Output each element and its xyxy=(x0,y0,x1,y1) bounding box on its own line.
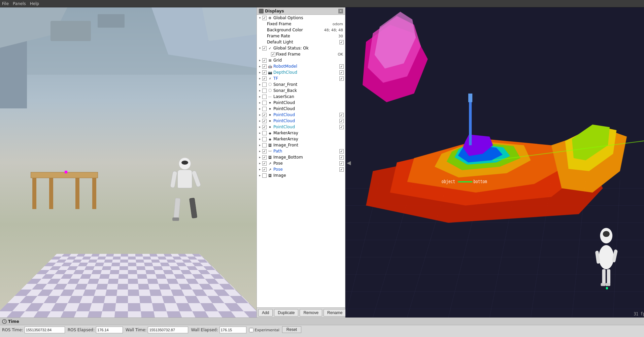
pc2-checkbox[interactable] xyxy=(262,107,267,111)
tree-item-image-front[interactable]: 🖼 Image_Front xyxy=(257,142,345,148)
tree-item-tf[interactable]: ⚡ TF xyxy=(257,75,345,81)
tree-item-pc2[interactable]: ✦ PointCloud xyxy=(257,106,345,112)
tree-item-pc1[interactable]: ✦ PointCloud xyxy=(257,100,345,106)
left-viewport[interactable] xyxy=(0,7,257,317)
pose2-enabled[interactable] xyxy=(339,167,344,172)
image-bottom-checkbox[interactable] xyxy=(262,155,267,160)
pc1-arrow[interactable] xyxy=(258,100,262,105)
pc4-checkbox[interactable] xyxy=(262,119,267,123)
sonar-back-arrow[interactable] xyxy=(258,88,262,93)
pc3-enabled[interactable] xyxy=(339,113,344,117)
remove-button[interactable]: Remove xyxy=(300,309,322,316)
laserscan-arrow[interactable] xyxy=(258,94,262,99)
pc5-arrow[interactable] xyxy=(258,125,262,129)
path-checkbox[interactable] xyxy=(262,149,267,154)
wall-elapsed-input[interactable] xyxy=(219,327,246,333)
tree-item-pose2[interactable]: ↗ Pose xyxy=(257,166,345,172)
global-options-row[interactable]: ⚙ Global Options xyxy=(257,15,345,21)
background-color-row[interactable]: Background Color 48; 48; 48 xyxy=(257,27,345,33)
menu-file[interactable]: File xyxy=(2,1,9,6)
marker2-arrow[interactable] xyxy=(258,137,262,141)
ros-elapsed-input[interactable] xyxy=(96,327,123,333)
ros-time-input[interactable] xyxy=(25,327,65,333)
status-fixed-frame-row[interactable]: Fixed Frame OK xyxy=(257,51,345,57)
pc3-checkbox[interactable] xyxy=(262,113,267,117)
global-status-arrow[interactable] xyxy=(258,46,262,50)
pose1-arrow[interactable] xyxy=(258,161,262,166)
displays-close-button[interactable]: × xyxy=(338,9,343,13)
pose2-checkbox[interactable] xyxy=(262,167,267,172)
depthcloud-arrow[interactable] xyxy=(258,70,262,75)
right-viewport[interactable]: object bottom 31 fps ◀ xyxy=(345,7,644,317)
tree-item-image-bottom[interactable]: 🖼 Image_Bottom xyxy=(257,154,345,160)
pc3-arrow[interactable] xyxy=(258,112,262,117)
tree-item-sonar-back[interactable]: 〇 Sonar_Back xyxy=(257,88,345,94)
tree-item-pc3[interactable]: ✦ PointCloud xyxy=(257,112,345,118)
tree-item-marker2[interactable]: ◈ MarkerArray xyxy=(257,136,345,142)
tree-item-laserscan[interactable]: ⋯ LaserScan xyxy=(257,94,345,100)
tree-item-marker1[interactable]: ◈ MarkerArray xyxy=(257,130,345,136)
default-light-row[interactable]: Default Light xyxy=(257,39,345,45)
status-ff-checkbox[interactable] xyxy=(271,52,275,57)
tree-item-image2[interactable]: 🖼 Image xyxy=(257,172,345,178)
depthcloud-checkbox[interactable] xyxy=(262,70,267,75)
global-status-checkbox[interactable] xyxy=(262,46,267,50)
image-bottom-arrow[interactable] xyxy=(258,155,262,160)
tf-checkbox[interactable] xyxy=(262,76,267,81)
image-front-checkbox[interactable] xyxy=(262,143,267,147)
sonar-front-arrow[interactable] xyxy=(258,82,262,87)
tree-item-pc4[interactable]: ✦ PointCloud xyxy=(257,118,345,124)
pose1-checkbox[interactable] xyxy=(262,161,267,166)
image2-checkbox[interactable] xyxy=(262,173,267,178)
path-arrow[interactable] xyxy=(258,149,262,154)
experimental-checkbox[interactable] xyxy=(249,328,253,332)
pc1-checkbox[interactable] xyxy=(262,101,267,105)
tf-enabled[interactable] xyxy=(339,76,344,81)
robotmodel-enabled[interactable] xyxy=(339,64,344,69)
pose1-enabled[interactable] xyxy=(339,161,344,166)
grid-checkbox[interactable] xyxy=(262,58,267,63)
tree-item-sonar-front[interactable]: 〇 Sonar_Front xyxy=(257,81,345,88)
tree-item-pose1[interactable]: ↗ Pose xyxy=(257,160,345,166)
global-status-row[interactable]: ✓ Global Status: Ok xyxy=(257,45,345,51)
frame-rate-row[interactable]: Frame Rate 30 xyxy=(257,33,345,39)
tf-arrow[interactable] xyxy=(258,76,262,81)
add-button[interactable]: Add xyxy=(258,309,273,316)
pc4-enabled[interactable] xyxy=(339,119,344,123)
reset-button[interactable]: Reset xyxy=(282,326,301,333)
tree-item-depthcloud[interactable]: 📷 DepthCloud xyxy=(257,69,345,75)
grid-arrow[interactable] xyxy=(258,58,262,63)
robotmodel-arrow[interactable] xyxy=(258,64,262,69)
sonar-back-checkbox[interactable] xyxy=(262,89,267,93)
menu-help[interactable]: Help xyxy=(30,1,39,6)
image-bottom-enabled[interactable] xyxy=(339,155,344,160)
tree-item-grid[interactable]: ⊞ Grid xyxy=(257,57,345,63)
marker2-checkbox[interactable] xyxy=(262,137,267,141)
rename-button[interactable]: Rename xyxy=(324,309,346,316)
pc4-arrow[interactable] xyxy=(258,119,262,123)
global-options-checkbox[interactable] xyxy=(262,16,267,20)
laserscan-checkbox[interactable] xyxy=(262,95,267,99)
marker1-arrow[interactable] xyxy=(258,131,262,135)
menu-panels[interactable]: Panels xyxy=(13,1,26,6)
tree-item-pc5[interactable]: ✦ PointCloud xyxy=(257,124,345,130)
wall-time-input[interactable] xyxy=(148,327,188,333)
image-front-arrow[interactable] xyxy=(258,143,262,147)
tree-item-robotmodel[interactable]: 🤖 RobotModel xyxy=(257,63,345,69)
global-options-arrow[interactable] xyxy=(258,15,262,20)
image2-arrow[interactable] xyxy=(258,173,262,178)
robotmodel-checkbox[interactable] xyxy=(262,64,267,69)
depthcloud-enabled[interactable] xyxy=(339,70,344,75)
pc2-arrow[interactable] xyxy=(258,106,262,111)
tree-item-path[interactable]: 〰 Path xyxy=(257,148,345,154)
experimental-check[interactable]: Experimental xyxy=(249,328,279,332)
default-light-checkbox[interactable] xyxy=(339,40,344,44)
path-enabled[interactable] xyxy=(339,149,344,154)
fixed-frame-row[interactable]: Fixed Frame odom xyxy=(257,21,345,27)
pc5-checkbox[interactable] xyxy=(262,125,267,129)
duplicate-button[interactable]: Duplicate xyxy=(274,309,298,316)
sonar-front-checkbox[interactable] xyxy=(262,82,267,87)
displays-tree[interactable]: ⚙ Global Options Fixed Frame odom Backgr… xyxy=(257,15,345,307)
left-scroll-arrow[interactable]: ◀ xyxy=(347,159,351,166)
pc5-enabled[interactable] xyxy=(339,125,344,129)
